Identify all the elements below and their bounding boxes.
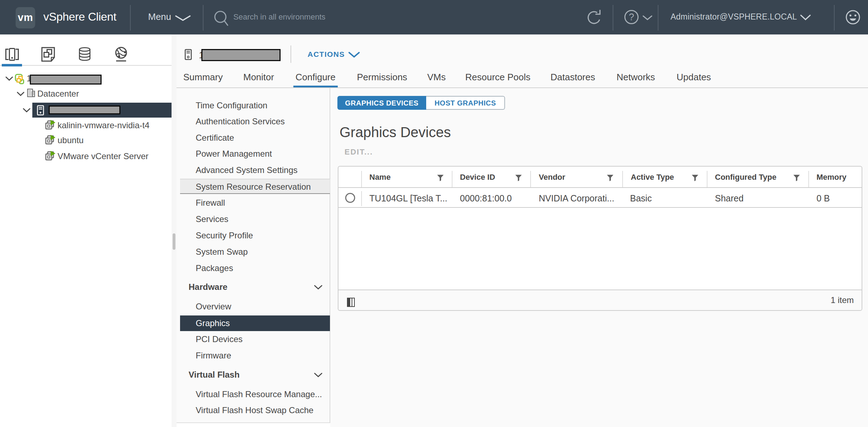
svg-text:?: ? — [629, 12, 634, 22]
